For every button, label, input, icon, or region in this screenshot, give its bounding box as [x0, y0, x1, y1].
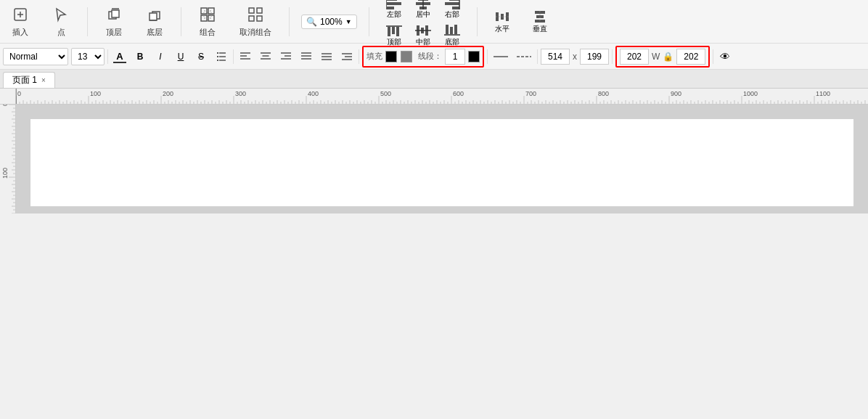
underline-button[interactable]: U [172, 48, 189, 65]
group-icon [199, 6, 216, 25]
divider-4 [369, 7, 369, 36]
style-select[interactable]: Normal [3, 48, 68, 65]
lock-icon[interactable]: 🔒 [663, 52, 673, 62]
fill-color-swatch2[interactable] [401, 51, 412, 62]
tab-close-button[interactable]: × [41, 76, 46, 84]
line-spacing-button[interactable] [318, 48, 335, 65]
pos-y-input[interactable] [580, 49, 609, 65]
align-center-h-button[interactable]: 居中 [410, 0, 436, 21]
format-divider-2 [233, 49, 234, 64]
list-button[interactable] [213, 48, 230, 65]
canvas-row [0, 105, 868, 213]
align-justify-text-button[interactable] [298, 48, 315, 65]
insert-icon [12, 6, 29, 25]
align-bottom-button[interactable]: 底部 [439, 23, 465, 49]
fill-label: 填充 [367, 51, 382, 62]
dash-style-button2[interactable] [514, 48, 534, 65]
italic-button[interactable]: I [152, 48, 169, 65]
svg-rect-54 [217, 56, 218, 57]
align-center-h-label: 居中 [416, 9, 430, 20]
divider-2 [181, 7, 181, 36]
distribute-v-label: 垂直 [533, 24, 547, 34]
underline-label: U [178, 52, 184, 62]
insert-label: 插入 [12, 27, 28, 38]
bold-button[interactable]: B [131, 48, 149, 65]
stroke-value-input[interactable] [445, 49, 465, 65]
align-center-text-button[interactable] [257, 48, 274, 65]
position-section: x [541, 49, 609, 65]
canvas-with-rulers [0, 89, 868, 213]
bottom-layer-icon [146, 6, 163, 25]
text-color-button[interactable]: A [111, 48, 128, 65]
align-group: 左部 居中 右部 顶部 中部 [381, 0, 465, 49]
ungroup-button[interactable]: 取消组合 [234, 3, 277, 41]
format-divider-1 [107, 49, 108, 64]
zoom-value: 100% [320, 17, 343, 27]
align-right-text-button[interactable] [277, 48, 295, 65]
align-right-button[interactable]: 右部 [439, 0, 465, 21]
svg-rect-19 [387, 2, 401, 5]
svg-rect-13 [204, 11, 211, 18]
canvas-area[interactable] [16, 105, 868, 213]
text-color-indicator [113, 62, 126, 63]
ungroup-label: 取消组合 [239, 27, 271, 38]
top-layer-label: 顶层 [106, 27, 122, 38]
group-button[interactable]: 组合 [193, 3, 222, 41]
svg-rect-7 [150, 13, 157, 20]
visibility-button[interactable]: 👁 [716, 48, 734, 65]
svg-rect-32 [396, 27, 399, 36]
fill-color-swatch[interactable] [385, 51, 397, 62]
svg-rect-27 [445, 2, 459, 5]
distribute-v-button[interactable]: 垂直 [527, 8, 553, 36]
format-divider-6 [612, 49, 613, 64]
align-center-v-button[interactable]: 中部 [410, 23, 436, 49]
pos-x-label: x [573, 52, 577, 62]
fill-stroke-section: 填充 线段： [362, 46, 484, 68]
height-input[interactable] [676, 49, 705, 65]
stroke-label: 线段： [418, 51, 442, 62]
svg-rect-26 [449, 0, 459, 1]
svg-rect-14 [249, 8, 254, 13]
top-layer-button[interactable]: 顶层 [99, 3, 128, 41]
align-right-label: 右部 [445, 9, 459, 20]
align-top-button[interactable]: 顶部 [381, 23, 407, 49]
svg-rect-18 [387, 0, 397, 1]
pos-x-input[interactable] [541, 49, 570, 65]
strikethrough-label: S [198, 52, 204, 62]
format-divider-3 [359, 49, 359, 64]
align-left-text-button[interactable] [237, 48, 254, 65]
svg-rect-4 [112, 10, 119, 17]
align-left-label: 左部 [387, 9, 401, 20]
divider-5 [477, 7, 478, 36]
top-layer-icon [105, 6, 123, 25]
bottom-layer-label: 底层 [147, 27, 163, 38]
align-row-1: 左部 居中 右部 [381, 0, 465, 21]
zoom-control[interactable]: 🔍 100% ▼ [301, 15, 357, 29]
distribute-h-button[interactable]: 水平 [489, 8, 515, 36]
point-label: 点 [57, 27, 65, 38]
distribute-h-label: 水平 [495, 24, 509, 34]
stroke-color-swatch[interactable] [468, 51, 480, 62]
point-icon [52, 6, 70, 25]
format-divider-7 [713, 49, 713, 64]
indent-button[interactable] [338, 48, 356, 65]
insert-button[interactable]: 插入 [6, 3, 35, 41]
tab-bar: 页面 1 × [0, 70, 868, 89]
strikethrough-button[interactable]: S [192, 48, 210, 65]
tab-page1[interactable]: 页面 1 × [3, 72, 55, 88]
width-input[interactable] [620, 49, 649, 65]
eye-icon: 👁 [720, 51, 730, 62]
divider-1 [87, 7, 88, 36]
bottom-layer-button[interactable]: 底层 [140, 3, 169, 41]
align-left-button[interactable]: 左部 [381, 0, 407, 21]
ruler-corner [0, 89, 16, 105]
dash-style-button1[interactable] [491, 48, 511, 65]
format-divider-5 [537, 49, 538, 64]
ruler-horizontal [16, 89, 868, 105]
svg-rect-40 [454, 25, 457, 34]
svg-rect-17 [257, 16, 262, 21]
text-color-icon: A [116, 51, 123, 62]
ungroup-icon [247, 6, 264, 25]
point-button[interactable]: 点 [46, 3, 75, 41]
font-size-select[interactable]: 13 [71, 48, 105, 65]
